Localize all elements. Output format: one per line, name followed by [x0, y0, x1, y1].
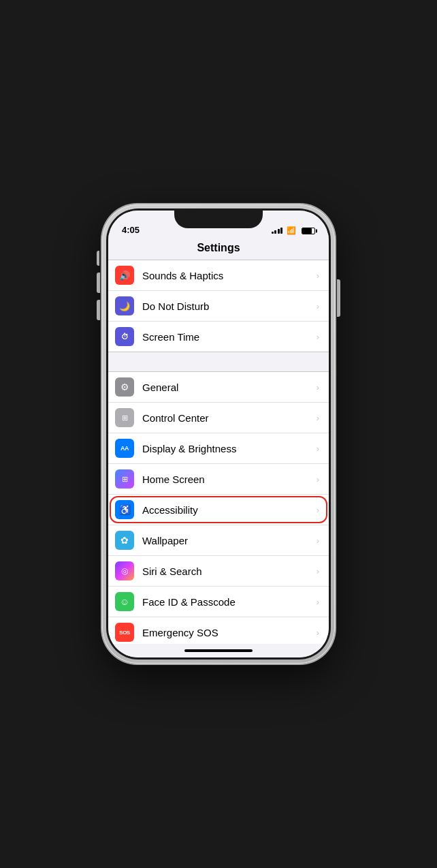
chevron-icon: › [317, 566, 319, 576]
page-title: Settings [197, 242, 240, 253]
controlcenter-icon: ⊞ [115, 408, 134, 427]
wallpaper-label: Wallpaper [142, 535, 317, 546]
controlcenter-label: Control Center [142, 412, 317, 424]
chevron-icon: › [317, 627, 319, 638]
settings-scroll[interactable]: 🔊 Sounds & Haptics › 🌙 Do Not Disturb › … [108, 260, 329, 644]
row-sounds[interactable]: 🔊 Sounds & Haptics › [108, 260, 329, 291]
faceid-icon: ☺ [115, 592, 134, 611]
status-icons: 📶 [272, 226, 316, 235]
phone-inner: 4:05 📶 Settings [106, 208, 331, 660]
row-screentime[interactable]: ⏱ Screen Time › [108, 322, 329, 352]
general-icon: ⚙ [115, 377, 134, 397]
displaybrightness-icon: AA [115, 439, 134, 458]
displaybrightness-label: Display & Brightness [142, 443, 317, 454]
settings-group-2: ⚙ General › ⊞ Control Center › AA Displa… [108, 371, 329, 644]
chevron-icon: › [317, 505, 319, 515]
phone-frame: 4:05 📶 Settings [102, 204, 335, 664]
status-time: 4:05 [122, 225, 140, 235]
volume-up-button[interactable] [97, 273, 100, 293]
sirisearch-label: Siri & Search [142, 565, 317, 577]
general-label: General [142, 382, 317, 393]
chevron-icon: › [317, 597, 319, 607]
row-donotdisturb[interactable]: 🌙 Do Not Disturb › [108, 291, 329, 322]
chevron-icon: › [317, 301, 319, 311]
home-bar [184, 649, 253, 652]
accessibility-icon: ♿ [115, 500, 134, 519]
sounds-icon: 🔊 [115, 266, 134, 285]
chevron-icon: › [317, 444, 319, 454]
volume-down-button[interactable] [97, 300, 100, 320]
chevron-icon: › [317, 382, 319, 392]
row-sirisearch[interactable]: ◎ Siri & Search › [108, 556, 329, 587]
home-indicator[interactable] [108, 644, 329, 657]
sounds-label: Sounds & Haptics [142, 270, 317, 281]
chevron-icon: › [317, 474, 319, 484]
row-controlcenter[interactable]: ⊞ Control Center › [108, 403, 329, 433]
separator-1 [108, 352, 329, 371]
chevron-icon: › [317, 270, 319, 281]
chevron-icon: › [317, 536, 319, 546]
row-wallpaper[interactable]: ✿ Wallpaper › [108, 525, 329, 556]
screentime-label: Screen Time [142, 331, 317, 343]
signal-icon [272, 228, 283, 234]
row-faceid[interactable]: ☺ Face ID & Passcode › [108, 587, 329, 617]
faceid-label: Face ID & Passcode [142, 596, 317, 608]
screentime-icon: ⏱ [115, 327, 134, 346]
emergencysos-icon: SOS [115, 623, 134, 642]
row-emergencysos[interactable]: SOS Emergency SOS › [108, 617, 329, 644]
accessibility-label: Accessibility [142, 504, 317, 516]
emergencysos-label: Emergency SOS [142, 627, 317, 638]
power-button[interactable] [337, 279, 340, 317]
sirisearch-icon: ◎ [115, 561, 134, 580]
notch [174, 211, 263, 228]
row-general[interactable]: ⚙ General › [108, 372, 329, 403]
row-displaybrightness[interactable]: AA Display & Brightness › [108, 433, 329, 464]
chevron-icon: › [317, 413, 319, 423]
row-accessibility[interactable]: ♿ Accessibility › [108, 495, 329, 525]
homescreen-label: Home Screen [142, 474, 317, 485]
chevron-icon: › [317, 332, 319, 342]
page-header: Settings [108, 238, 329, 260]
row-homescreen[interactable]: ⊞ Home Screen › [108, 464, 329, 495]
donotdisturb-label: Do Not Disturb [142, 300, 317, 312]
wifi-icon: 📶 [287, 226, 296, 235]
donotdisturb-icon: 🌙 [115, 296, 134, 315]
silent-switch[interactable] [97, 251, 99, 266]
phone-screen: 4:05 📶 Settings [108, 211, 329, 657]
homescreen-icon: ⊞ [115, 469, 134, 489]
battery-status-icon [302, 228, 315, 234]
settings-group-1: 🔊 Sounds & Haptics › 🌙 Do Not Disturb › … [108, 260, 329, 352]
wallpaper-icon: ✿ [115, 531, 134, 550]
